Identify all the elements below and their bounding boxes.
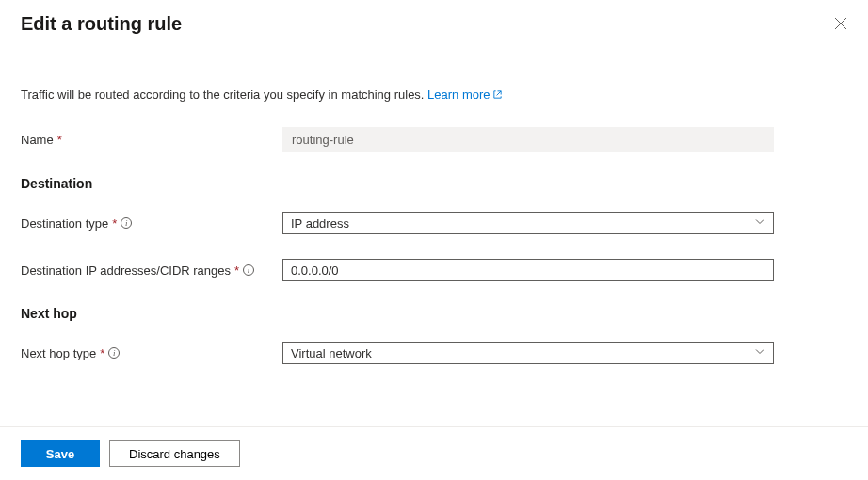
destination-cidr-input[interactable] [282,259,774,281]
info-icon[interactable]: i [108,347,120,359]
close-button[interactable] [830,13,851,34]
required-indicator: * [57,133,62,147]
required-indicator: * [112,216,117,231]
info-icon[interactable]: i [121,217,132,229]
name-label: Name [21,133,54,147]
name-input [282,127,774,152]
destination-type-label: Destination type [21,216,108,231]
chevron-down-icon [754,216,765,231]
page-title: Edit a routing rule [21,13,182,35]
required-indicator: * [234,264,239,278]
required-indicator: * [100,346,104,360]
info-icon[interactable]: i [243,264,254,276]
next-hop-type-label: Next hop type [21,346,96,360]
learn-more-link[interactable]: Learn more [427,88,502,102]
next-hop-type-value: Virtual network [291,346,372,360]
learn-more-label: Learn more [427,88,490,102]
next-hop-section-heading: Next hop [21,306,847,321]
description-body: Traffic will be routed according to the … [21,88,427,102]
external-link-icon [492,88,503,103]
discard-changes-button[interactable]: Discard changes [109,440,240,467]
next-hop-type-select[interactable]: Virtual network [282,342,774,364]
close-icon [834,17,847,30]
description-text: Traffic will be routed according to the … [21,88,847,103]
save-button[interactable]: Save [21,440,100,467]
chevron-down-icon [754,346,765,360]
destination-cidr-label: Destination IP addresses/CIDR ranges [21,264,231,278]
destination-type-value: IP address [291,216,349,231]
destination-section-heading: Destination [21,176,847,191]
destination-type-select[interactable]: IP address [282,212,774,234]
